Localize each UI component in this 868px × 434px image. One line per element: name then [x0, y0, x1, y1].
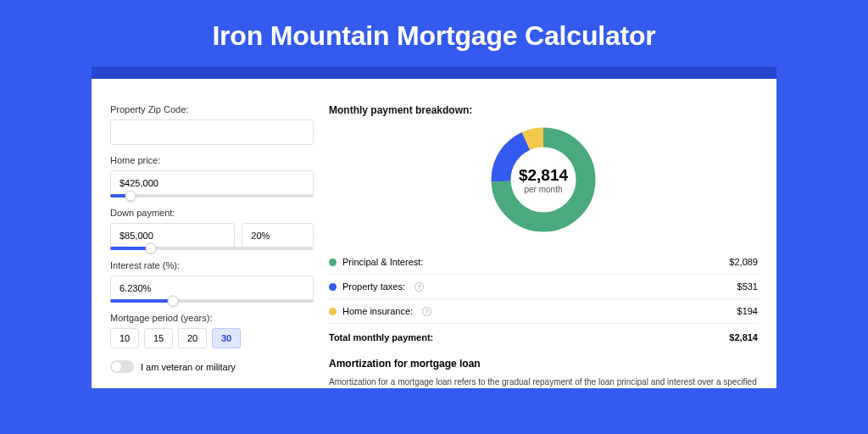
down-payment-group: Down payment: — [110, 208, 314, 250]
slider-thumb[interactable] — [125, 191, 136, 202]
period-group: Mortgage period (years): 10152030 — [110, 313, 314, 348]
period-button-10[interactable]: 10 — [110, 328, 139, 348]
interest-rate-label: Interest rate (%): — [110, 260, 314, 270]
total-row: Total monthly payment: $2,814 — [329, 324, 758, 358]
zip-input[interactable] — [110, 120, 314, 145]
veteran-row: I am veteran or military — [110, 360, 314, 373]
legend-label: Property taxes: — [342, 281, 405, 292]
period-label: Mortgage period (years): — [110, 313, 314, 323]
breakdown-title: Monthly payment breakdown: — [329, 104, 758, 116]
home-price-input[interactable] — [110, 170, 314, 196]
header-accent-bar — [92, 67, 776, 79]
interest-rate-input[interactable] — [110, 275, 314, 301]
breakdown-column: Monthly payment breakdown: $2,814 per mo… — [329, 104, 758, 388]
period-button-30[interactable]: 30 — [212, 328, 241, 348]
legend-value: $531 — [737, 281, 758, 292]
period-button-15[interactable]: 15 — [144, 328, 173, 348]
zip-label: Property Zip Code: — [110, 104, 314, 114]
legend-label: Home insurance: — [342, 306, 413, 316]
legend-swatch — [329, 259, 337, 266]
form-column: Property Zip Code: Home price: Down paym… — [110, 104, 314, 388]
period-button-20[interactable]: 20 — [178, 328, 207, 348]
info-icon[interactable]: ? — [415, 282, 424, 292]
down-payment-slider[interactable] — [110, 247, 314, 250]
total-value: $2,814 — [729, 332, 758, 342]
total-label: Total monthly payment: — [329, 332, 433, 342]
amortization-title: Amortization for mortgage loan — [329, 358, 758, 370]
veteran-toggle[interactable] — [110, 360, 134, 373]
slider-thumb[interactable] — [168, 296, 179, 307]
legend-swatch — [329, 308, 337, 315]
legend-row-tax: Property taxes:?$531 — [329, 275, 758, 299]
calculator-card: Property Zip Code: Home price: Down paym… — [92, 79, 776, 388]
donut-center-sub: per month — [524, 185, 562, 194]
zip-group: Property Zip Code: — [110, 104, 314, 145]
donut-center-value: $2,814 — [519, 166, 568, 185]
legend-swatch — [329, 283, 337, 291]
interest-rate-slider[interactable] — [110, 299, 314, 303]
home-price-label: Home price: — [110, 155, 314, 165]
home-price-slider[interactable] — [110, 194, 314, 198]
down-payment-percent-input[interactable] — [242, 223, 314, 248]
legend-value: $194 — [737, 306, 758, 316]
page-title: Iron Mountain Mortgage Calculator — [92, 0, 776, 67]
legend-value: $2,089 — [729, 257, 758, 267]
slider-thumb[interactable] — [146, 243, 157, 254]
down-payment-label: Down payment: — [110, 208, 314, 218]
info-icon[interactable]: ? — [422, 307, 431, 316]
legend-row-pi: Principal & Interest:$2,089 — [329, 250, 758, 275]
donut-chart: $2,814 per month — [329, 125, 758, 235]
legend-row-ins: Home insurance:?$194 — [329, 299, 758, 324]
home-price-group: Home price: — [110, 155, 314, 198]
amortization-text: Amortization for a mortgage loan refers … — [329, 376, 758, 388]
legend-label: Principal & Interest: — [342, 257, 423, 267]
down-payment-amount-input[interactable] — [110, 223, 235, 248]
veteran-label: I am veteran or military — [141, 362, 236, 372]
interest-rate-group: Interest rate (%): — [110, 260, 314, 303]
